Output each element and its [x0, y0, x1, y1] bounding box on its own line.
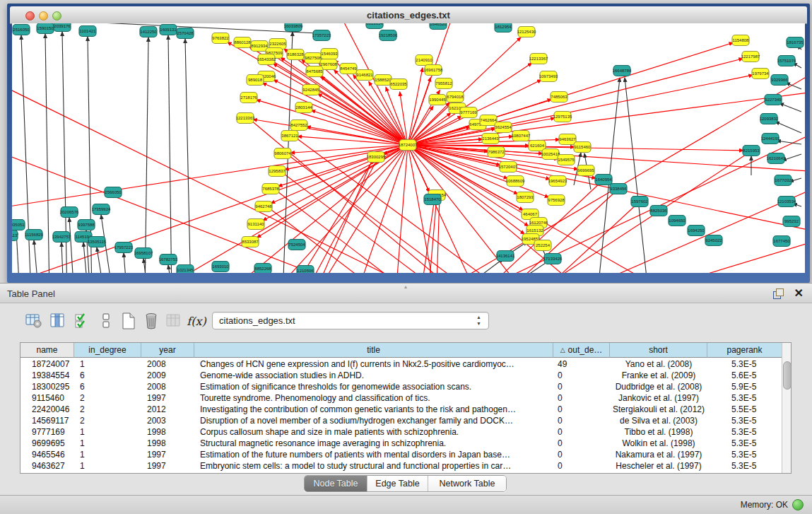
- graph-node[interactable]: 3624554: [495, 122, 512, 133]
- table-select-dropdown[interactable]: citations_edges.txt ▲▼: [212, 312, 489, 329]
- citation-edge-black[interactable]: [452, 259, 503, 273]
- column-header-short[interactable]: short: [610, 343, 707, 358]
- graph-node[interactable]: 12444191: [761, 134, 780, 144]
- citation-edge-black[interactable]: [168, 35, 172, 273]
- citation-edge-red[interactable]: [85, 145, 408, 273]
- graph-node[interactable]: 2803144: [295, 103, 312, 113]
- citation-edge-red[interactable]: [431, 196, 440, 273]
- graph-node[interactable]: 10807447: [512, 131, 531, 141]
- graph-node[interactable]: 9462748: [255, 201, 272, 212]
- graph-node[interactable]: 18300295: [367, 152, 386, 163]
- column-header-pagerank[interactable]: pagerank: [707, 343, 782, 358]
- graph-node[interactable]: 11156829: [25, 230, 43, 240]
- graph-node[interactable]: 7462664: [480, 115, 497, 126]
- panel-resize-grip[interactable]: ▴: [401, 284, 410, 289]
- column-header-out_de[interactable]: △out_de…: [553, 343, 610, 358]
- graph-node[interactable]: 17357223: [312, 30, 331, 41]
- table-row[interactable]: 977716911998Corpus callosum shape and si…: [20, 426, 782, 438]
- citation-edge-black[interactable]: [143, 259, 148, 273]
- graph-node[interactable]: 13505115: [88, 237, 107, 247]
- graph-node[interactable]: 18724007: [399, 140, 418, 151]
- graph-node[interactable]: 16782753: [159, 255, 178, 265]
- graph-node[interactable]: 10688609: [506, 176, 525, 187]
- citation-edge-black[interactable]: [185, 39, 191, 273]
- graph-node[interactable]: 9699695: [577, 165, 594, 176]
- graph-node[interactable]: 1646520: [430, 23, 447, 30]
- graph-node[interactable]: 9242845: [302, 85, 319, 95]
- show-columns-icon[interactable]: [48, 311, 68, 331]
- graph-node[interactable]: 8475685: [306, 66, 323, 77]
- graph-node[interactable]: 8427552: [290, 120, 307, 131]
- graph-node[interactable]: 1101421: [79, 26, 96, 37]
- graph-node[interactable]: 16543382: [257, 54, 276, 65]
- graph-node[interactable]: 1812954: [495, 23, 512, 33]
- citation-edge-black[interactable]: [45, 34, 49, 273]
- citation-edge-red[interactable]: [318, 190, 617, 273]
- column-header-name[interactable]: name: [20, 343, 74, 358]
- table-row[interactable]: 1938455462009Genome-wide association stu…: [20, 370, 782, 381]
- graph-node[interactable]: 1640954: [595, 175, 612, 185]
- graph-node[interactable]: 1590150: [37, 23, 54, 34]
- graph-node[interactable]: 9227349: [765, 95, 782, 105]
- graph-node[interactable]: 19654923: [548, 176, 567, 187]
- graph-node[interactable]: 15751074: [777, 56, 796, 66]
- graph-node[interactable]: 8454749: [340, 64, 357, 74]
- graph-node[interactable]: 9756928: [548, 195, 565, 206]
- citation-edge-red[interactable]: [212, 159, 377, 273]
- table-row[interactable]: 1830029562008Estimation of significance …: [20, 381, 782, 392]
- graph-node[interactable]: 9245022: [705, 235, 722, 246]
- graph-node[interactable]: 2516050: [13, 25, 30, 35]
- graph-node[interactable]: 16210643: [767, 153, 786, 164]
- citation-edge-black[interactable]: [625, 78, 649, 273]
- graph-node[interactable]: 1807293: [517, 192, 534, 203]
- graph-node[interactable]: 10973493: [539, 71, 558, 82]
- graph-node[interactable]: 8533087: [242, 237, 259, 247]
- graph-node[interactable]: 1677032: [775, 175, 792, 186]
- graph-node[interactable]: 12103534: [777, 197, 796, 207]
- graph-node[interactable]: 1518470: [424, 194, 441, 205]
- citation-edge-black[interactable]: [777, 141, 801, 144]
- graph-node[interactable]: 17133426: [543, 254, 563, 264]
- graph-node[interactable]: 2718176: [240, 93, 257, 103]
- graph-node[interactable]: 6522035: [390, 79, 407, 90]
- table-row[interactable]: 1872400712008Changes of HCN gene express…: [20, 358, 782, 370]
- graph-node[interactable]: 17957223: [114, 243, 134, 253]
- close-panel-icon[interactable]: ✕: [794, 286, 804, 300]
- graph-node[interactable]: 9935051: [12, 220, 25, 230]
- citation-edge-red[interactable]: [278, 145, 408, 187]
- graph-node[interactable]: 1694250: [688, 226, 705, 236]
- graph-node[interactable]: 2136443: [482, 134, 499, 144]
- graph-node[interactable]: 8852268: [254, 264, 271, 274]
- citation-edge-black[interactable]: [69, 218, 74, 273]
- graph-node[interactable]: 1677450: [773, 236, 790, 247]
- graph-node[interactable]: 9146821: [356, 70, 373, 81]
- graph-node[interactable]: 989018: [247, 75, 264, 86]
- graph-node[interactable]: 12093832: [760, 114, 779, 124]
- graph-node[interactable]: 12217987: [741, 52, 760, 62]
- citation-edge-red[interactable]: [247, 117, 664, 273]
- graph-node[interactable]: 1597602: [631, 197, 648, 207]
- graph-node[interactable]: 9397588: [78, 220, 95, 230]
- network-view-window[interactable]: citations_edges.txt 18724007183002959763…: [7, 4, 810, 283]
- graph-node[interactable]: 13942757: [52, 232, 71, 243]
- graph-node[interactable]: 1295837: [269, 166, 286, 177]
- tab-network-table[interactable]: Network Table: [428, 476, 506, 491]
- float-panel-icon[interactable]: [773, 288, 784, 299]
- table-row[interactable]: 946554611997Estimation of the future num…: [20, 449, 782, 460]
- graph-node[interactable]: 12213363: [236, 113, 255, 124]
- graph-node[interactable]: 8186328: [287, 49, 304, 60]
- graph-node[interactable]: 16958107: [134, 248, 153, 259]
- graph-node[interactable]: 9827508: [305, 53, 322, 64]
- graph-node[interactable]: 1549575: [558, 155, 575, 165]
- citation-network-graph[interactable]: 1872400718300295976382288601288912934232…: [12, 23, 805, 273]
- graph-node[interactable]: 9777169: [460, 107, 477, 118]
- citation-edge-black[interactable]: [61, 243, 64, 273]
- graph-node[interactable]: 7685378: [262, 184, 279, 194]
- table-row[interactable]: 1456911722003Disruption of a novel membe…: [20, 415, 782, 426]
- graph-node[interactable]: 20206576: [60, 207, 79, 218]
- graph-node[interactable]: 12213367: [529, 54, 548, 64]
- graph-node[interactable]: 19218506: [379, 30, 398, 41]
- graph-node[interactable]: 17359924: [92, 204, 111, 215]
- graph-node[interactable]: 3867121: [281, 131, 298, 141]
- delete-table-icon[interactable]: [141, 311, 161, 331]
